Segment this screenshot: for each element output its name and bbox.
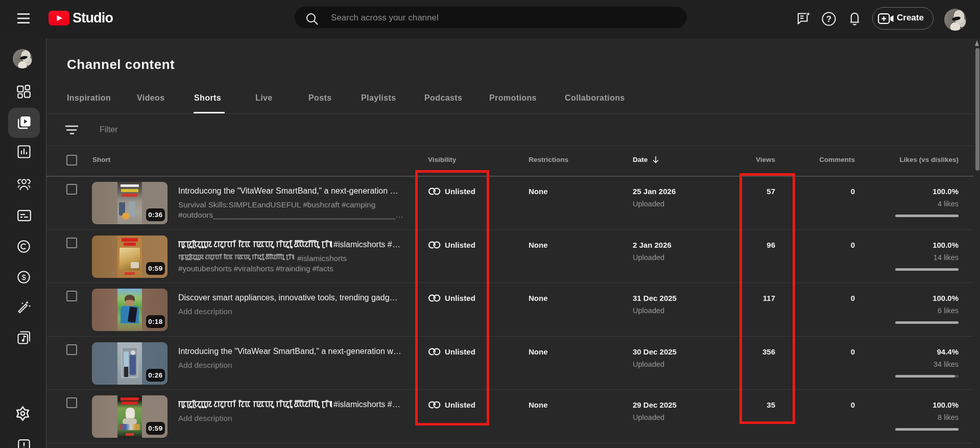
svg-text:$: $ — [21, 273, 26, 281]
svg-text:?: ? — [826, 14, 831, 24]
